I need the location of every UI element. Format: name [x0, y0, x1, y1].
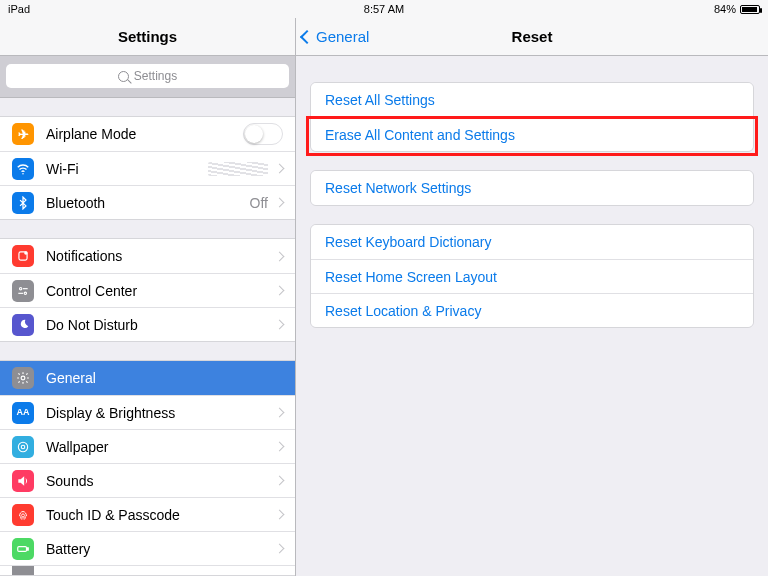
group-connectivity: ✈ Airplane Mode Wi-Fi Bluetooth Off [0, 116, 295, 220]
control-center-label: Control Center [46, 283, 276, 299]
row-erase-all-content[interactable]: Erase All Content and Settings [311, 117, 753, 151]
row-airplane-mode[interactable]: ✈ Airplane Mode [0, 117, 295, 151]
reset-home-label: Reset Home Screen Layout [325, 269, 497, 285]
back-label: General [316, 28, 369, 45]
general-label: General [46, 370, 283, 386]
notifications-icon [12, 245, 34, 267]
wifi-icon [12, 158, 34, 180]
battery-label: Battery [46, 541, 276, 557]
right-nav: General Reset [296, 18, 768, 56]
settings-detail-pane: General Reset Reset All Settings Erase A… [296, 18, 768, 576]
chevron-right-icon [275, 544, 285, 554]
svg-rect-11 [27, 547, 28, 549]
airplane-icon: ✈ [12, 123, 34, 145]
group-notifications: Notifications Control Center Do Not Dist… [0, 238, 295, 342]
row-reset-network[interactable]: Reset Network Settings [311, 171, 753, 205]
chevron-right-icon [275, 251, 285, 261]
dnd-label: Do Not Disturb [46, 317, 276, 333]
battery-icon [740, 5, 760, 14]
touchid-label: Touch ID & Passcode [46, 507, 276, 523]
display-icon: AA [12, 402, 34, 424]
bluetooth-label: Bluetooth [46, 195, 250, 211]
row-dnd[interactable]: Do Not Disturb [0, 307, 295, 341]
display-label: Display & Brightness [46, 405, 276, 421]
status-time: 8:57 AM [0, 3, 768, 15]
svg-point-2 [24, 251, 28, 255]
bluetooth-icon [12, 192, 34, 214]
row-reset-all-settings[interactable]: Reset All Settings [311, 83, 753, 117]
row-reset-location-privacy[interactable]: Reset Location & Privacy [311, 293, 753, 327]
chevron-right-icon [275, 476, 285, 486]
chevron-right-icon [275, 320, 285, 330]
svg-point-9 [21, 445, 25, 449]
row-battery[interactable]: Battery [0, 531, 295, 565]
left-nav: Settings [0, 18, 295, 56]
row-general[interactable]: General [0, 361, 295, 395]
wifi-label: Wi-Fi [46, 161, 208, 177]
erase-all-label: Erase All Content and Settings [325, 127, 515, 143]
row-cutoff[interactable] [0, 565, 295, 575]
sounds-label: Sounds [46, 473, 276, 489]
left-title: Settings [118, 28, 177, 45]
svg-point-5 [24, 292, 26, 294]
reset-group-3: Reset Keyboard Dictionary Reset Home Scr… [310, 224, 754, 328]
right-title: Reset [512, 28, 553, 45]
chevron-right-icon [275, 442, 285, 452]
search-icon [118, 71, 129, 82]
reset-group-2: Reset Network Settings [310, 170, 754, 206]
sounds-icon [12, 470, 34, 492]
svg-point-7 [21, 376, 25, 380]
row-reset-home-layout[interactable]: Reset Home Screen Layout [311, 259, 753, 293]
bluetooth-value: Off [250, 195, 268, 211]
touchid-icon [12, 504, 34, 526]
chevron-right-icon [275, 286, 285, 296]
reset-all-label: Reset All Settings [325, 92, 435, 108]
wallpaper-label: Wallpaper [46, 439, 276, 455]
search-placeholder: Settings [134, 69, 177, 83]
row-touchid[interactable]: Touch ID & Passcode [0, 497, 295, 531]
svg-point-3 [20, 287, 22, 289]
svg-point-8 [18, 442, 27, 451]
row-sounds[interactable]: Sounds [0, 463, 295, 497]
wifi-value [208, 162, 268, 176]
back-button[interactable]: General [302, 18, 369, 55]
chevron-left-icon [300, 29, 314, 43]
row-bluetooth[interactable]: Bluetooth Off [0, 185, 295, 219]
battery-settings-icon [12, 538, 34, 560]
svg-rect-10 [18, 546, 27, 551]
row-display-brightness[interactable]: AA Display & Brightness [0, 395, 295, 429]
svg-point-0 [22, 172, 24, 174]
reset-network-label: Reset Network Settings [325, 180, 471, 196]
control-center-icon [12, 280, 34, 302]
reset-location-label: Reset Location & Privacy [325, 303, 481, 319]
row-reset-keyboard[interactable]: Reset Keyboard Dictionary [311, 225, 753, 259]
dnd-icon [12, 314, 34, 336]
wallpaper-icon [12, 436, 34, 458]
notifications-label: Notifications [46, 248, 276, 264]
search-input[interactable]: Settings [6, 64, 289, 88]
group-general: General AA Display & Brightness Wallpape… [0, 360, 295, 576]
row-control-center[interactable]: Control Center [0, 273, 295, 307]
row-notifications[interactable]: Notifications [0, 239, 295, 273]
chevron-right-icon [275, 408, 285, 418]
reset-group-1: Reset All Settings Erase All Content and… [310, 82, 754, 152]
airplane-label: Airplane Mode [46, 126, 243, 142]
status-bar: iPad 8:57 AM 84% [0, 0, 768, 18]
row-wallpaper[interactable]: Wallpaper [0, 429, 295, 463]
settings-master-pane: Settings Settings ✈ Airplane Mode Wi-Fi [0, 18, 296, 576]
status-device: iPad [8, 3, 30, 15]
chevron-right-icon [275, 164, 285, 174]
search-wrap: Settings [0, 56, 295, 98]
unknown-icon [12, 565, 34, 575]
gear-icon [12, 367, 34, 389]
chevron-right-icon [275, 198, 285, 208]
status-battery: 84% [714, 3, 760, 15]
chevron-right-icon [275, 510, 285, 520]
reset-keyboard-label: Reset Keyboard Dictionary [325, 234, 492, 250]
airplane-toggle[interactable] [243, 123, 283, 145]
row-wifi[interactable]: Wi-Fi [0, 151, 295, 185]
